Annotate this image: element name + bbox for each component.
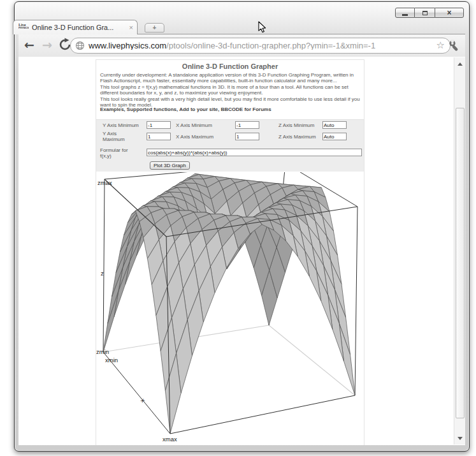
vertical-scrollbar[interactable] <box>454 57 465 445</box>
axis-label-xmax: xmax <box>162 436 177 443</box>
wrench-icon <box>449 40 461 52</box>
plot-box-edge <box>355 207 357 395</box>
bookmark-star-icon[interactable]: ☆ <box>436 41 445 50</box>
page-links-line[interactable]: Examples, Supported functions, Add to yo… <box>100 107 361 112</box>
minimize-button[interactable] <box>395 8 415 18</box>
back-arrow-icon: ← <box>24 39 34 51</box>
tab-close-icon[interactable]: × <box>129 24 133 31</box>
back-button[interactable]: ← <box>21 36 38 53</box>
mouse-cursor <box>258 21 266 36</box>
forward-arrow-icon: → <box>42 39 52 51</box>
plot-3d-graph-button[interactable]: Plot 3D Graph <box>150 161 190 170</box>
3d-surface-plot-canvas[interactable]: zmaxzzminxminxxmax <box>95 172 365 445</box>
screenshot-stage: × Live PHYSICS Online 3-D Function Gra..… <box>0 0 476 456</box>
forward-button[interactable]: → <box>39 36 55 53</box>
scroll-down-button[interactable] <box>455 433 465 443</box>
address-bar[interactable]: www.livephysics.com/ptools/online-3d-fun… <box>70 38 451 54</box>
plot-box-edge <box>103 179 105 352</box>
x-axis-maximum-label: X Axis Maximum <box>176 134 222 140</box>
globe-icon[interactable] <box>75 41 85 50</box>
description-paragraph: Currently under development: A standalon… <box>100 72 361 84</box>
formula-label: Formular for f(x,y) <box>100 147 133 159</box>
wrench-menu-button[interactable] <box>447 38 463 54</box>
axis-label-zmax: zmax <box>97 179 112 186</box>
graph-settings-form: Y Axis Minimum X Axis Minimum Z Axis Min… <box>96 119 364 172</box>
plot-box-edge <box>103 352 170 434</box>
browser-toolbar: ← → www.livephysics.com/ptools/online-3d… <box>18 34 465 57</box>
restore-icon <box>422 11 428 15</box>
z-axis-maximum-label: Z Axis Maximum <box>278 134 324 140</box>
formula-input[interactable] <box>147 149 362 156</box>
scrollbar-thumb[interactable] <box>456 108 465 418</box>
axis-label-z: z <box>101 270 104 277</box>
axis-label-xmin: xmin <box>105 357 118 364</box>
page-title: Online 3-D Function Grapher <box>96 62 364 71</box>
plus-icon: + <box>153 25 157 31</box>
page-description: Currently under development: A standalon… <box>100 72 361 108</box>
x-axis-minimum-label: X Axis Minimum <box>176 122 222 128</box>
tab-online-3d-function-grapher[interactable]: Live PHYSICS Online 3-D Function Gra... … <box>13 20 138 34</box>
y-axis-minimum-input[interactable] <box>147 121 171 129</box>
cursor-arrow-icon <box>258 21 266 34</box>
y-axis-minimum-label: Y Axis Minimum <box>103 122 146 128</box>
z-axis-minimum-label: Z Axis Minimum <box>278 122 324 128</box>
scroll-up-button[interactable] <box>455 59 465 69</box>
url-text: www.livephysics.com/ptools/online-3d-fun… <box>89 41 434 50</box>
y-axis-maximum-label: Y Axis Maximum <box>103 131 128 142</box>
z-axis-maximum-input[interactable] <box>322 133 347 140</box>
x-axis-minimum-input[interactable] <box>235 121 259 129</box>
y-axis-maximum-input[interactable] <box>147 133 171 140</box>
x-axis-maximum-input[interactable] <box>235 133 259 140</box>
window-controls: × <box>395 8 464 18</box>
url-path: /ptools/online-3d-function-grapher.php?y… <box>166 41 375 50</box>
description-paragraph: This tool graphs z = f(x,y) mathematical… <box>100 84 361 96</box>
chevron-down-icon <box>458 437 463 440</box>
surface-quad <box>103 291 119 352</box>
new-tab-button[interactable]: + <box>145 23 164 33</box>
tab-title: Online 3-D Function Gra... <box>32 24 127 31</box>
close-button[interactable]: × <box>435 8 464 18</box>
close-icon: × <box>447 9 451 17</box>
plot-box-edge <box>170 395 355 434</box>
z-axis-minimum-input[interactable] <box>322 121 347 129</box>
url-host: www.livephysics.com <box>89 41 166 50</box>
chevron-up-icon <box>458 63 463 66</box>
minimize-icon <box>402 14 408 16</box>
axis-label-zmin: zmin <box>96 348 109 355</box>
page-viewport: Online 3-D Function Grapher Currently un… <box>18 57 465 445</box>
livephysics-favicon-icon: Live PHYSICS <box>18 23 29 33</box>
restore-button[interactable] <box>415 8 435 18</box>
